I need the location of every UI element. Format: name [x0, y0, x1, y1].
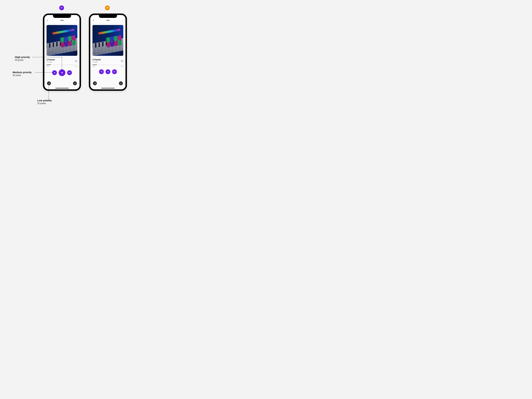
play-button[interactable] [106, 69, 110, 74]
time-total: 3:13 [75, 66, 77, 67]
comparison-diagram: List -AUDIO 2 Faced Lil Sleep [0, 0, 153, 115]
repeat-button[interactable] [73, 81, 77, 85]
svg-marker-8 [69, 72, 70, 73]
heart-icon [75, 60, 77, 62]
next-button[interactable] [67, 70, 72, 75]
repeat-button[interactable] [119, 81, 123, 85]
svg-rect-17 [115, 71, 115, 72]
more-button[interactable] [76, 19, 77, 21]
back-button[interactable] [92, 19, 94, 21]
do-badge [59, 6, 64, 10]
annotation-subtitle: 40 pixels [13, 74, 32, 77]
annotation-subtitle: 32 pixels [37, 102, 52, 105]
progress-fill [47, 65, 51, 65]
svg-point-4 [76, 21, 77, 21]
shuffle-button[interactable] [47, 81, 51, 85]
shuffle-icon [48, 82, 50, 84]
header-title: List [60, 19, 63, 21]
chevron-left-icon [47, 19, 48, 21]
connector-line [45, 101, 49, 101]
screen: List -AUDIO 2 Faced Lil Sleep [90, 15, 126, 89]
svg-point-12 [122, 21, 123, 21]
annotation-high-priority: High priority 56 pixels [15, 56, 30, 61]
repeat-icon [120, 82, 122, 84]
screen: List -AUDIO 2 Faced Lil Sleep [44, 15, 80, 89]
annotation-low-priority: Low priority 32 pixels [37, 99, 52, 105]
annotation-medium-priority: Medium priority 40 pixels [13, 71, 32, 77]
time-total: 3:13 [121, 66, 123, 67]
track-info: 2 Faced Lil Sleep [92, 58, 101, 63]
device-notch [53, 15, 71, 18]
more-vertical-icon [122, 19, 123, 21]
svg-point-2 [76, 20, 77, 20]
progress-fill [92, 65, 97, 65]
annotation-title: Medium priority [13, 71, 32, 74]
device-notch [99, 15, 117, 18]
more-button[interactable] [122, 19, 123, 21]
svg-rect-9 [70, 72, 70, 73]
favorite-button[interactable] [121, 60, 123, 63]
track-info: 2 Faced Lil Sleep [47, 58, 55, 63]
shuffle-button[interactable] [93, 81, 97, 85]
back-button[interactable] [47, 19, 48, 21]
more-vertical-icon [76, 19, 77, 21]
prev-button[interactable] [52, 70, 57, 75]
time-elapsed: 0:27 [92, 66, 95, 67]
play-icon [107, 71, 109, 73]
prev-button[interactable] [99, 69, 104, 74]
svg-marker-7 [62, 72, 63, 74]
svg-marker-6 [54, 72, 55, 73]
track-title: 2 Faced [47, 58, 55, 61]
svg-marker-14 [101, 71, 102, 72]
skip-previous-icon [54, 72, 56, 74]
svg-marker-16 [114, 71, 115, 72]
svg-rect-13 [101, 71, 101, 72]
album-art: -AUDIO [92, 25, 123, 56]
phone-mockup-do: List -AUDIO 2 Faced Lil Sleep [43, 13, 81, 91]
player-content: -AUDIO 2 Faced Lil Sleep 0:27 3:13 [44, 23, 80, 89]
player-content: -AUDIO 2 Faced Lil Sleep 0:27 3:13 [90, 23, 126, 89]
play-icon [61, 72, 63, 74]
connector-line [35, 72, 53, 73]
check-icon [60, 6, 63, 9]
track-artist: Lil Sleep [47, 61, 55, 63]
home-indicator [101, 88, 114, 88]
connector-line [62, 57, 62, 71]
annotation-title: Low priority [37, 99, 52, 102]
repeat-icon [74, 82, 76, 84]
phone-mockup-dont: List -AUDIO 2 Faced Lil Sleep [89, 13, 127, 91]
svg-point-11 [122, 20, 123, 20]
svg-point-3 [76, 20, 77, 20]
track-artist: Lil Sleep [92, 61, 101, 63]
time-elapsed: 0:27 [47, 66, 49, 67]
chevron-left-icon [92, 19, 94, 21]
svg-rect-5 [54, 72, 54, 73]
skip-next-icon [69, 72, 70, 74]
playback-controls [92, 69, 123, 74]
home-indicator [55, 88, 69, 88]
progress-bar[interactable] [92, 65, 123, 65]
skip-previous-icon [101, 71, 102, 73]
annotation-title: High priority [15, 56, 30, 59]
dont-badge [105, 6, 110, 10]
favorite-button[interactable] [75, 60, 77, 63]
annotation-subtitle: 56 pixels [15, 59, 30, 61]
shuffle-icon [94, 82, 96, 84]
svg-marker-15 [108, 71, 109, 73]
heart-icon [121, 60, 123, 62]
cross-icon [106, 6, 109, 9]
header-title: List [106, 19, 109, 21]
connector-line [32, 57, 62, 57]
skip-next-icon [114, 71, 115, 73]
album-art: -AUDIO [47, 25, 77, 56]
next-button[interactable] [112, 69, 117, 74]
connector-line [49, 86, 49, 101]
track-title: 2 Faced [92, 58, 101, 61]
svg-point-10 [122, 20, 123, 20]
